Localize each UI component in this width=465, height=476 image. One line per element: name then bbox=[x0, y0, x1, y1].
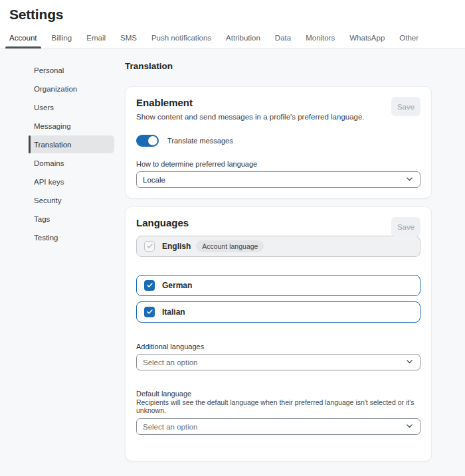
main-panel: Translation Save Enablement Show content… bbox=[125, 49, 432, 469]
additional-languages-label: Additional languages bbox=[136, 343, 420, 351]
languages-title: Languages bbox=[136, 217, 420, 228]
chevron-down-icon bbox=[405, 357, 414, 368]
language-name: Italian bbox=[162, 307, 185, 317]
tab-bar: Account Billing Email SMS Push notificat… bbox=[5, 31, 465, 48]
section-heading-translation: Translation bbox=[125, 61, 432, 71]
checkbox-english bbox=[144, 241, 155, 252]
sidebar-item-security[interactable]: Security bbox=[29, 191, 114, 209]
sidebar-item-domains[interactable]: Domains bbox=[29, 154, 114, 172]
tab-push-notifications[interactable]: Push notifications bbox=[147, 31, 215, 48]
tab-monitors[interactable]: Monitors bbox=[302, 31, 339, 48]
page-title: Settings bbox=[0, 0, 465, 23]
sidebar-item-messaging[interactable]: Messaging bbox=[29, 117, 114, 135]
default-language-label: Default language bbox=[136, 390, 420, 398]
language-row-italian[interactable]: Italian bbox=[136, 301, 420, 323]
page-header: Settings Account Billing Email SMS Push … bbox=[0, 0, 465, 49]
content-area: Personal Organization Users Messaging Tr… bbox=[0, 49, 465, 469]
toggle-knob bbox=[148, 136, 157, 145]
tab-email[interactable]: Email bbox=[82, 31, 110, 48]
check-icon bbox=[146, 279, 153, 291]
preferred-language-select[interactable]: Locale bbox=[136, 171, 420, 188]
language-name: German bbox=[162, 281, 192, 290]
settings-page: Settings Account Billing Email SMS Push … bbox=[0, 0, 465, 469]
tab-account[interactable]: Account bbox=[5, 31, 41, 48]
chevron-down-icon bbox=[405, 421, 414, 433]
tab-billing[interactable]: Billing bbox=[48, 31, 76, 48]
checkbox-italian[interactable] bbox=[144, 307, 155, 317]
language-row-german[interactable]: German bbox=[136, 275, 420, 296]
tab-other[interactable]: Other bbox=[395, 31, 422, 48]
tab-whatsapp[interactable]: WhatsApp bbox=[345, 31, 389, 48]
default-language-description: Recipients will see the default language… bbox=[136, 398, 420, 414]
default-language-select[interactable]: Select an option bbox=[136, 418, 420, 435]
preferred-language-label: How to determine preferred language bbox=[136, 160, 420, 168]
translate-messages-label: Translate messages bbox=[167, 137, 233, 145]
enablement-description: Show content and send messages in a prof… bbox=[136, 112, 420, 122]
sidebar-item-personal[interactable]: Personal bbox=[29, 61, 114, 79]
enablement-card: Save Enablement Show content and send me… bbox=[125, 86, 432, 198]
translate-messages-toggle[interactable] bbox=[136, 135, 159, 147]
sidebar-item-users[interactable]: Users bbox=[29, 98, 114, 116]
check-icon bbox=[146, 240, 153, 252]
account-language-badge: Account language bbox=[196, 240, 264, 252]
default-language-placeholder: Select an option bbox=[143, 423, 197, 431]
checkbox-german[interactable] bbox=[144, 280, 155, 291]
language-name: English bbox=[162, 242, 191, 251]
save-button-languages[interactable]: Save bbox=[391, 217, 420, 236]
sidebar-item-testing[interactable]: Testing bbox=[29, 228, 114, 246]
languages-card: Save Languages English Account language bbox=[125, 206, 432, 461]
sidebar: Personal Organization Users Messaging Tr… bbox=[0, 49, 125, 247]
save-button-enablement[interactable]: Save bbox=[391, 97, 420, 116]
additional-languages-placeholder: Select an option bbox=[143, 358, 197, 366]
sidebar-item-api-keys[interactable]: API keys bbox=[29, 173, 114, 191]
preferred-language-field: How to determine preferred language Loca… bbox=[136, 160, 420, 188]
preferred-language-value: Locale bbox=[143, 176, 165, 184]
sidebar-item-tags[interactable]: Tags bbox=[29, 210, 114, 228]
tab-sms[interactable]: SMS bbox=[116, 31, 141, 48]
sidebar-item-organization[interactable]: Organization bbox=[29, 80, 114, 98]
enablement-title: Enablement bbox=[136, 97, 420, 108]
language-row-english: English Account language bbox=[136, 236, 420, 257]
tab-attribution[interactable]: Attribution bbox=[222, 31, 264, 48]
additional-languages-field: Additional languages Select an option bbox=[136, 343, 420, 370]
tab-data[interactable]: Data bbox=[271, 31, 295, 48]
check-icon bbox=[146, 306, 153, 318]
translate-messages-row: Translate messages bbox=[136, 135, 420, 147]
additional-languages-select[interactable]: Select an option bbox=[136, 354, 420, 370]
chevron-down-icon bbox=[405, 174, 414, 186]
sidebar-item-translation[interactable]: Translation bbox=[29, 135, 114, 153]
default-language-field: Default language Recipients will see the… bbox=[136, 390, 420, 435]
